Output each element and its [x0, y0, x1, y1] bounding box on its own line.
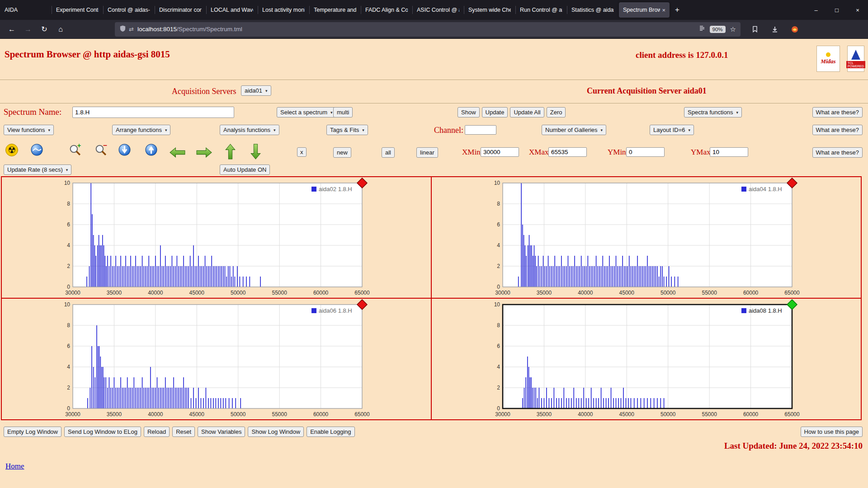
svg-text:40000: 40000	[148, 411, 163, 418]
spectra-functions-dropdown[interactable]: Spectra functions	[684, 107, 742, 117]
spectrum-action-buttons: Show Update Update All Zero	[458, 107, 566, 117]
extension-icon[interactable]	[788, 23, 801, 36]
tab-strip: AIDA Experiment Conti Control @ aidas- D…	[0, 0, 684, 20]
new-button[interactable]: new	[333, 147, 351, 158]
spectrum-chart-aida02[interactable]: 3000035000400004500050000550006000065000…	[52, 179, 369, 298]
what-are-these-button-3[interactable]: What are these?	[812, 147, 863, 158]
tab-label: Spectrum Brow	[623, 7, 660, 13]
new-tab-button[interactable]: +	[670, 3, 684, 17]
empty-log-window-button[interactable]: Empty Log Window	[4, 427, 61, 437]
reload-page-button[interactable]: Reload	[144, 427, 170, 437]
x-button[interactable]: x	[297, 147, 307, 157]
linear-button[interactable]: linear	[416, 147, 438, 158]
layout-id-dropdown[interactable]: Layout ID=6	[650, 125, 694, 135]
update-rate-dropdown[interactable]: Update Rate (8 secs)	[4, 164, 71, 175]
last-updated-text: Last Updated: June 24, 2022 23:54:10	[724, 441, 863, 451]
send-log-to-elog-button[interactable]: Send Log Window to ELog	[64, 427, 141, 437]
forward-button[interactable]: →	[21, 23, 35, 36]
window-maximize-button[interactable]: □	[826, 0, 847, 20]
tcl-powered-logo[interactable]: TCL POWERED	[847, 46, 864, 72]
what-are-these-button-1[interactable]: What are these?	[812, 107, 863, 117]
tab-statistics[interactable]: Statistics @ aidas	[567, 2, 618, 18]
view-functions-dropdown[interactable]: View functions	[4, 125, 54, 135]
radiation-icon[interactable]: ☢	[5, 144, 18, 156]
tab-lost-activity[interactable]: Lost activity moni	[258, 2, 309, 18]
xmax-input[interactable]	[548, 147, 587, 157]
update-button[interactable]: Update	[482, 107, 508, 117]
show-variables-button[interactable]: Show Variables	[198, 427, 245, 437]
tags-fits-dropdown[interactable]: Tags & Fits	[326, 125, 368, 135]
url-bar[interactable]: ⇄ localhost:8015/Spectrum/Spectrum.tml 9…	[115, 22, 741, 37]
number-of-galleries-dropdown[interactable]: Number of Galleries	[542, 125, 606, 135]
zoom-in-icon[interactable]: +	[68, 143, 82, 157]
reload-button[interactable]: ↻	[37, 23, 52, 36]
arrow-right-icon[interactable]	[196, 147, 212, 158]
spectrum-name-input[interactable]	[72, 107, 234, 118]
downloads-icon[interactable]	[769, 23, 781, 36]
svg-text:65000: 65000	[354, 411, 370, 418]
acquisition-server-select[interactable]: aida01	[241, 85, 271, 96]
tab-experiment-control[interactable]: Experiment Conti	[52, 2, 103, 18]
svg-text:4: 4	[67, 242, 70, 249]
show-log-window-button[interactable]: Show Log Window	[248, 427, 304, 437]
update-all-button[interactable]: Update All	[510, 107, 544, 117]
window-controls: – □ ×	[806, 0, 868, 20]
tracking-protection-shield-icon[interactable]	[119, 25, 126, 33]
reset-button[interactable]: Reset	[172, 427, 195, 437]
tab-label: Run Control @ ai	[520, 7, 562, 13]
save-to-pocket-icon[interactable]	[749, 23, 761, 36]
enable-logging-button[interactable]: Enable Logging	[307, 427, 354, 437]
home-link[interactable]: Home	[5, 462, 24, 471]
tab-system-wide-check[interactable]: System wide Che	[464, 2, 515, 18]
show-button[interactable]: Show	[458, 107, 480, 117]
tab-local-and-wave[interactable]: LOCAL and Wave	[207, 2, 257, 18]
tab-fadc-align[interactable]: FADC Align & Co	[361, 2, 412, 18]
tab-spectrum-browser[interactable]: Spectrum Brow ×	[619, 2, 670, 18]
tab-aida[interactable]: AIDA	[0, 2, 51, 18]
connection-icon[interactable]: ⇄	[129, 26, 134, 33]
select-spectrum-dropdown[interactable]: Select a spectrum	[277, 107, 336, 117]
bookmark-star-icon[interactable]: ☆	[730, 25, 736, 33]
tcl-wizard-figure	[851, 50, 860, 60]
tab-discriminator[interactable]: Discriminator con	[155, 2, 206, 18]
separator-line	[0, 80, 868, 80]
tab-label: Experiment Conti	[56, 7, 99, 13]
arrow-left-icon[interactable]	[170, 147, 185, 158]
arrow-down-icon[interactable]	[250, 144, 261, 160]
how-to-use-button[interactable]: How to use this page	[801, 427, 863, 437]
tab-close-icon[interactable]: ×	[662, 7, 665, 14]
arrange-functions-dropdown[interactable]: Arrange functions	[112, 125, 170, 135]
arrow-down-sphere-icon[interactable]	[118, 144, 131, 156]
spectrum-chart-aida04[interactable]: 3000035000400004500050000550006000065000…	[482, 179, 799, 298]
zoom-out-icon[interactable]: −	[94, 143, 108, 157]
all-button[interactable]: all	[382, 147, 395, 158]
reader-mode-icon[interactable]	[699, 25, 705, 33]
analysis-functions-dropdown[interactable]: Analysis functions	[220, 125, 279, 135]
tab-control-aidas[interactable]: Control @ aidas-	[104, 2, 154, 18]
tab-label: AIDA	[5, 7, 47, 13]
xmin-input[interactable]	[481, 147, 519, 157]
svg-text:0: 0	[67, 405, 70, 412]
auto-update-button[interactable]: Auto Update ON	[220, 164, 270, 175]
window-minimize-button[interactable]: –	[806, 0, 826, 20]
window-close-button[interactable]: ×	[847, 0, 868, 20]
multi-button[interactable]: multi	[333, 107, 353, 117]
ymax-input[interactable]	[710, 147, 748, 157]
tab-temperature[interactable]: Temperature and	[310, 2, 360, 18]
spectrum-chart-aida08[interactable]: 3000035000400004500050000550006000065000…	[482, 301, 799, 419]
tab-asic-control[interactable]: ASIC Control @ a	[413, 2, 463, 18]
back-button[interactable]: ←	[5, 23, 19, 36]
tab-run-control[interactable]: Run Control @ ai	[516, 2, 566, 18]
arrow-up-sphere-icon[interactable]	[145, 144, 157, 156]
arrow-up-icon[interactable]	[225, 144, 236, 160]
zoom-level-badge[interactable]: 90%	[710, 26, 726, 33]
ymin-input[interactable]	[626, 147, 665, 157]
spectrum-chart-aida06[interactable]: 3000035000400004500050000550006000065000…	[52, 301, 369, 419]
what-are-these-button-2[interactable]: What are these?	[812, 125, 863, 135]
url-path-text: /Spectrum/Spectrum.tml	[177, 26, 242, 33]
channel-input[interactable]	[465, 125, 496, 135]
midas-logo[interactable]: Midas	[816, 46, 840, 72]
blue-swirl-icon[interactable]	[31, 144, 43, 156]
zero-button[interactable]: Zero	[547, 107, 566, 117]
home-button[interactable]: ⌂	[53, 23, 68, 36]
